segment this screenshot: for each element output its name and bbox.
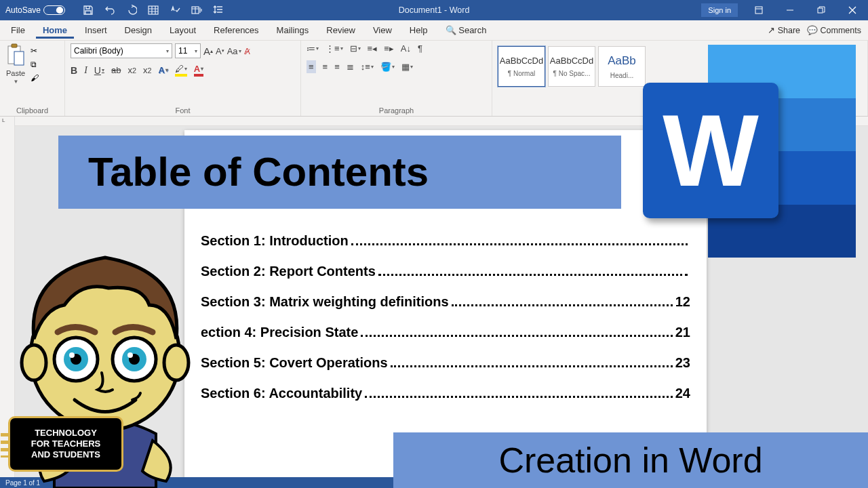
word-logo-icon: W: [643, 45, 856, 258]
search-tab[interactable]: 🔍 Search: [439, 22, 494, 38]
toc-row: Section 2: Report Contents: [201, 264, 690, 279]
document-title: Document1 - Word: [399, 5, 470, 15]
comments-button[interactable]: 💬 Comments: [807, 25, 861, 35]
paragraph-group-label: Paragraph: [307, 105, 486, 116]
table-qat-icon[interactable]: [148, 5, 159, 16]
justify-icon[interactable]: ≣: [347, 62, 354, 72]
bullets-icon[interactable]: ≔▾: [307, 43, 319, 54]
numbering-icon[interactable]: ⋮≡▾: [326, 43, 343, 54]
autosave-toggle[interactable]: AutoSave Off: [5, 5, 65, 15]
italic-button[interactable]: I: [84, 65, 87, 76]
tab-file[interactable]: File: [4, 22, 32, 38]
font-color-icon[interactable]: A▾: [194, 64, 203, 77]
ruler-corner: L: [0, 117, 15, 126]
ribbon-display-icon[interactable]: [743, 0, 774, 20]
toc-row: Section 1: Introduction: [201, 233, 690, 249]
change-case-icon[interactable]: Aa▾: [227, 46, 241, 56]
align-left-icon[interactable]: ≡: [307, 60, 316, 73]
toc-row: Section 6: Accountability24: [201, 386, 690, 401]
svg-point-9: [22, 345, 46, 380]
superscript-button[interactable]: x2: [143, 65, 152, 75]
share-button[interactable]: ↗ Share: [768, 25, 800, 35]
shading-icon[interactable]: 🪣▾: [380, 62, 395, 72]
tab-design[interactable]: Design: [118, 22, 159, 38]
format-painter-icon[interactable]: 🖌: [31, 73, 39, 83]
svg-point-10: [164, 345, 189, 380]
thumbnail-title-banner: Table of Contents: [58, 136, 621, 209]
toc-row: Section 5: Covert Operations23: [201, 355, 690, 371]
paste-button[interactable]: Paste ▼: [5, 43, 26, 85]
maximize-icon[interactable]: [806, 0, 837, 20]
tab-home[interactable]: Home: [36, 22, 74, 39]
font-group-label: Font: [71, 105, 295, 116]
tab-review[interactable]: Review: [319, 22, 362, 38]
tab-help[interactable]: Help: [403, 22, 435, 38]
toc-row: ection 4: Precision State21: [201, 325, 690, 340]
channel-badge: TECHNOLOGY FOR TEACHERS AND STUDENTS: [8, 416, 123, 472]
redo-icon[interactable]: [126, 5, 137, 16]
tab-mailings[interactable]: Mailings: [270, 22, 316, 38]
clear-format-icon[interactable]: A̷: [244, 46, 250, 56]
svg-rect-3: [818, 8, 823, 13]
decrease-indent-icon[interactable]: ≡◂: [368, 43, 378, 54]
style-heading1[interactable]: AaBb Headi...: [598, 46, 646, 87]
style-nospacing[interactable]: AaBbCcDd ¶ No Spac...: [548, 46, 595, 87]
tab-references[interactable]: References: [207, 22, 265, 38]
close-icon[interactable]: [837, 0, 868, 20]
paragraph-spacing-icon[interactable]: [213, 5, 224, 16]
spelling-icon[interactable]: [170, 5, 180, 16]
autosave-label: AutoSave: [5, 5, 41, 15]
tab-view[interactable]: View: [366, 22, 399, 38]
save-icon[interactable]: [83, 5, 94, 16]
text-effects-icon[interactable]: A▾: [158, 65, 167, 75]
align-center-icon[interactable]: ≡: [323, 62, 328, 72]
borders-icon[interactable]: ▦▾: [401, 62, 413, 72]
line-spacing-icon[interactable]: ↕≡▾: [361, 62, 374, 72]
multilevel-icon[interactable]: ⊟▾: [350, 43, 361, 54]
tab-insert[interactable]: Insert: [78, 22, 114, 38]
font-name-combo[interactable]: Calibri (Body)▾: [71, 43, 172, 58]
signin-button[interactable]: Sign in: [701, 3, 738, 17]
svg-rect-2: [755, 7, 762, 14]
underline-button[interactable]: U▾: [94, 65, 104, 76]
highlight-icon[interactable]: 🖊▾: [175, 64, 187, 77]
undo-icon[interactable]: [104, 5, 115, 16]
shrink-font-icon[interactable]: A▾: [216, 46, 224, 56]
ribbon-tabs: File Home Insert Design Layout Reference…: [0, 20, 868, 41]
style-normal[interactable]: AaBbCcDd ¶ Normal: [498, 46, 545, 87]
sort-icon[interactable]: A↓: [401, 43, 411, 54]
increase-indent-icon[interactable]: ≡▸: [384, 43, 394, 54]
svg-point-18: [127, 352, 133, 358]
minimize-icon[interactable]: [774, 0, 806, 20]
tab-layout[interactable]: Layout: [163, 22, 203, 38]
svg-point-15: [69, 352, 75, 358]
cut-icon[interactable]: ✂: [31, 46, 39, 56]
clipboard-group-label: Clipboard: [5, 105, 59, 116]
font-size-combo[interactable]: 11▾: [175, 43, 201, 58]
toc-row: Section 3: Matrix weighting definitions1…: [201, 294, 690, 310]
strike-button[interactable]: ab: [111, 65, 121, 75]
subscript-button[interactable]: x2: [127, 65, 136, 75]
grow-font-icon[interactable]: A▴: [203, 45, 213, 57]
svg-rect-6: [14, 52, 24, 65]
bold-button[interactable]: B: [71, 65, 77, 76]
svg-rect-5: [12, 44, 17, 47]
svg-rect-0: [149, 6, 158, 14]
align-right-icon[interactable]: ≡: [334, 62, 340, 72]
title-bar: AutoSave Off Document1 - Word Sign in: [0, 0, 868, 20]
read-aloud-icon[interactable]: [191, 5, 202, 16]
autosave-switch[interactable]: Off: [43, 5, 65, 15]
copy-icon[interactable]: ⧉: [31, 60, 39, 69]
show-marks-icon[interactable]: ¶: [418, 43, 422, 54]
thumbnail-subtitle-banner: Creation in Word: [393, 432, 868, 488]
